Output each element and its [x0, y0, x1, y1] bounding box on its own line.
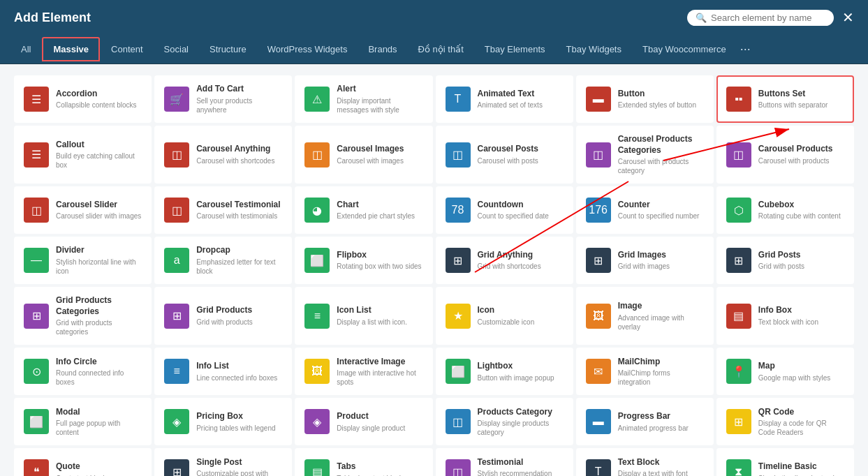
element-card-mailchimp[interactable]: ✉MailChimpMailChimp forms integration: [576, 348, 714, 395]
search-box[interactable]: 🔍: [687, 10, 834, 26]
element-icon: ☰: [24, 142, 49, 168]
element-card-grid-images[interactable]: ⊞Grid ImagesGrid with images: [576, 237, 714, 284]
element-card-image[interactable]: 🖼ImageAdvanced image with overlay: [576, 287, 714, 345]
element-card-products-category[interactable]: ◫Products CategoryDisplay single product…: [436, 398, 573, 445]
tab-tbay-widgets[interactable]: Tbay Widgets: [557, 38, 631, 60]
element-desc: Carousel with products: [758, 156, 844, 165]
element-name: Counter: [618, 200, 704, 211]
element-text: Grid Products CategoriesGrid with produc…: [56, 295, 142, 336]
element-card-carousel-testimonial[interactable]: ◫Carousel TestimonialCarousel with testi…: [154, 186, 292, 234]
element-desc: Text block with icon: [758, 318, 844, 327]
element-icon: ⬜: [446, 359, 471, 384]
element-card-dropcap[interactable]: aDropcapEmphasized letter for text block: [154, 237, 292, 284]
element-desc: Carousel slider with images: [56, 211, 142, 221]
element-card-carousel-images[interactable]: ◫Carousel ImagesCarousel with images: [295, 126, 432, 184]
element-text: Grid PostsGrid with posts: [758, 250, 844, 272]
element-desc: Pricing tables with legend: [196, 424, 282, 433]
element-icon: ⬡: [726, 198, 751, 223]
element-text: Carousel SliderCarousel slider with imag…: [56, 200, 142, 221]
element-text: DividerStylish horizontal line with icon: [56, 245, 142, 276]
element-card-flipbox[interactable]: ⬜FlipboxRotating box with two sides: [295, 237, 432, 284]
element-card-product[interactable]: ◈ProductDisplay single product: [295, 398, 432, 445]
element-card-button[interactable]: ▬ButtonExtended styles of button: [576, 75, 714, 123]
tab-wordpress-widgets[interactable]: WordPress Widgets: [258, 38, 358, 60]
element-desc: Carousel with products category: [618, 157, 704, 175]
element-card-grid-posts[interactable]: ⊞Grid PostsGrid with posts: [716, 237, 854, 284]
element-desc: Collapsible content blocks: [56, 101, 142, 110]
element-icon: ⊞: [726, 248, 751, 273]
element-icon: ≡: [164, 359, 189, 384]
element-card-carousel-slider[interactable]: ◫Carousel SliderCarousel slider with ima…: [14, 186, 152, 234]
element-card-chart[interactable]: ◕ChartExtended pie chart styles: [295, 186, 432, 234]
element-card-divider[interactable]: —DividerStylish horizontal line with ico…: [14, 237, 152, 284]
element-card-timeline-basic[interactable]: ⧗Timeline BasicSimple timeline shortcode: [716, 448, 854, 476]
tab-all[interactable]: All: [11, 38, 41, 60]
element-text: DropcapEmphasized letter for text block: [196, 245, 282, 276]
element-text: Grid ProductsGrid with products: [196, 305, 282, 327]
content-area: ☰AccordionCollapsible content blocks🛒Add…: [0, 64, 868, 476]
tab-content[interactable]: Content: [101, 38, 153, 60]
element-card-tabs[interactable]: ▤TabsTabbed content blocks: [295, 448, 432, 476]
element-card-carousel-products-categories[interactable]: ◫Carousel Products CategoriesCarousel wi…: [576, 126, 714, 184]
element-card-icon[interactable]: ★IconCustomizable icon: [436, 287, 573, 345]
element-card-counter[interactable]: 176CounterCount to specified number: [576, 186, 714, 234]
element-card-grid-products-categories[interactable]: ⊞Grid Products CategoriesGrid with produ…: [14, 287, 152, 345]
element-desc: Emphasized letter for text block: [196, 258, 282, 276]
element-text: LightboxButton with image popup: [478, 361, 564, 382]
element-card-add-to-cart[interactable]: 🛒Add To CartSell your products anywhere: [154, 75, 292, 123]
element-card-qr-code[interactable]: ⊞QR CodeDisplay a code for QR Code Reade…: [716, 398, 854, 445]
element-card-modal[interactable]: ⬜ModalFull page popup with content: [14, 398, 152, 445]
element-card-callout[interactable]: ☰CalloutBuild eye catching callout box: [14, 126, 152, 184]
element-card-info-circle[interactable]: ⊙Info CircleRound connected info boxes: [14, 348, 152, 395]
element-card-carousel-anything[interactable]: ◫Carousel AnythingCarousel with shortcod…: [154, 126, 292, 184]
element-icon: ◫: [726, 142, 751, 168]
element-icon: ⚠: [304, 87, 330, 112]
element-icon: ≡: [304, 304, 330, 329]
element-text: AlertDisplay important messages with sty…: [337, 84, 422, 114]
element-card-lightbox[interactable]: ⬜LightboxButton with image popup: [436, 348, 573, 395]
tab-brands[interactable]: Brands: [358, 38, 406, 60]
element-text: Single PostCustomizable post with many s…: [196, 457, 282, 476]
element-card-countdown[interactable]: 78CountdownCount to specified date: [436, 186, 573, 234]
element-text: Info CircleRound connected info boxes: [56, 357, 142, 387]
tab-đồ-nội-thất[interactable]: Đồ nội thất: [409, 38, 473, 60]
close-button[interactable]: ✕: [842, 10, 854, 24]
tabs-more-button[interactable]: ···: [740, 42, 751, 57]
tab-structure[interactable]: Structure: [200, 38, 256, 60]
search-input[interactable]: [711, 13, 825, 23]
element-card-carousel-products[interactable]: ◫Carousel ProductsCarousel with products: [716, 126, 854, 184]
element-card-grid-anything[interactable]: ⊞Grid AnythingGrid with shortcodes: [436, 237, 573, 284]
element-icon: ◫: [446, 142, 471, 168]
tab-social[interactable]: Social: [154, 38, 198, 60]
element-name: Carousel Testimonial: [196, 200, 282, 211]
element-text: FlipboxRotating box with two sides: [337, 250, 422, 272]
element-text: ModalFull page popup with content: [56, 407, 142, 438]
element-card-accordion[interactable]: ☰AccordionCollapsible content blocks: [14, 75, 152, 123]
element-card-buttons-set[interactable]: ▪▪Buttons SetButtons with separator: [716, 75, 854, 123]
element-card-carousel-posts[interactable]: ◫Carousel PostsCarousel with posts: [436, 126, 573, 184]
element-card-grid-products[interactable]: ⊞Grid ProductsGrid with products: [154, 287, 292, 345]
element-card-interactive-image[interactable]: 🖼Interactive ImageImage with interactive…: [295, 348, 432, 395]
element-icon: ❝: [24, 459, 49, 476]
element-card-testimonial[interactable]: ◫TestimonialStylish recommendation box: [436, 448, 573, 476]
element-card-icon-list[interactable]: ≡Icon ListDisplay a list with icon.: [295, 287, 432, 345]
element-card-pricing-box[interactable]: ◈Pricing BoxPricing tables with legend: [154, 398, 292, 445]
element-card-animated-text[interactable]: TAnimated TextAnimated set of texts: [436, 75, 573, 123]
element-icon: ☰: [24, 87, 49, 112]
tab-tbay-woocommerce[interactable]: Tbay Woocommerce: [633, 38, 736, 60]
element-card-quote[interactable]: ❝QuoteQuote text block: [14, 448, 152, 476]
element-name: Add To Cart: [196, 84, 282, 95]
element-card-alert[interactable]: ⚠AlertDisplay important messages with st…: [295, 75, 432, 123]
element-card-info-box[interactable]: ▤Info BoxText block with icon: [716, 287, 854, 345]
element-card-info-list[interactable]: ≡Info ListLine connected info boxes: [154, 348, 292, 395]
element-card-single-post[interactable]: ⊞Single PostCustomizable post with many …: [154, 448, 292, 476]
element-card-text-block[interactable]: TText BlockDisplay a text with font form…: [576, 448, 714, 476]
element-icon: ⧗: [726, 459, 751, 476]
element-card-progress-bar[interactable]: ▬Progress BarAnimated progress bar: [576, 398, 714, 445]
element-desc: Stylish recommendation box: [478, 469, 564, 476]
tab-tbay-elements[interactable]: Tbay Elements: [475, 38, 555, 60]
element-name: Carousel Images: [337, 144, 422, 155]
element-card-cubebox[interactable]: ⬡CubeboxRotating cube with content: [716, 186, 854, 234]
tab-massive[interactable]: Massive: [42, 37, 100, 61]
element-card-map[interactable]: 📍MapGoogle map with styles: [716, 348, 854, 395]
